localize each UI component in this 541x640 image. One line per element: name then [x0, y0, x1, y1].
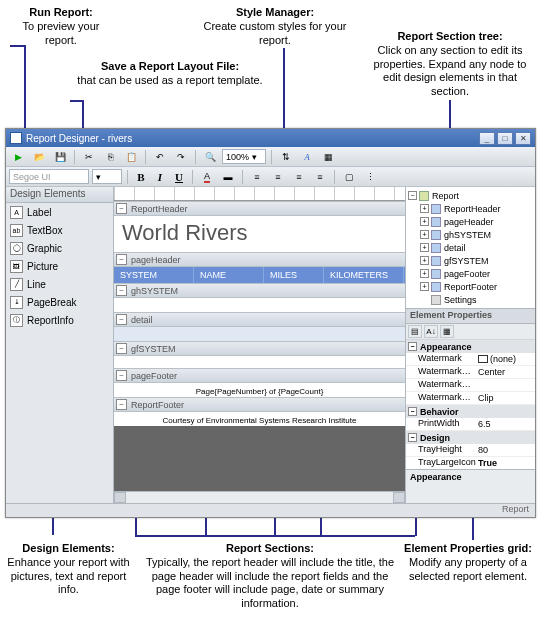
section-reportheader[interactable]: World Rivers — [114, 216, 405, 252]
tree-node-report[interactable]: −Report — [408, 189, 533, 202]
design-element-graphic[interactable]: ◯Graphic — [6, 239, 113, 257]
style-manager-button[interactable]: A — [298, 149, 316, 165]
prop-row-watermarksize[interactable]: WatermarkSizeMClip — [406, 392, 535, 405]
design-element-pagebreak[interactable]: ⤓PageBreak — [6, 293, 113, 311]
prop-row-watermarkprinton[interactable]: WatermarkPrintO — [406, 379, 535, 392]
expand-icon[interactable]: + — [420, 256, 429, 265]
underline-button[interactable]: U — [171, 169, 187, 184]
expand-icon[interactable]: + — [420, 204, 429, 213]
report-section-tree[interactable]: −Report +ReportHeader +pageHeader +ghSYS… — [406, 187, 535, 309]
scroll-track[interactable] — [126, 492, 393, 503]
expand-icon[interactable]: + — [420, 282, 429, 291]
border-button[interactable]: ▢ — [340, 169, 358, 185]
prop-row-watermark[interactable]: Watermark(none) — [406, 353, 535, 366]
align-left-button[interactable]: ≡ — [248, 169, 266, 185]
expand-icon[interactable]: − — [408, 191, 417, 200]
section-bar-gfsystem[interactable]: −gfSYSTEM — [114, 341, 405, 356]
close-button[interactable]: ✕ — [515, 132, 531, 145]
section-detail[interactable] — [114, 327, 405, 341]
design-element-textbox[interactable]: abTextBox — [6, 221, 113, 239]
designer-body[interactable]: −ReportHeader World Rivers −pageHeader S… — [114, 201, 405, 491]
font-size-combo[interactable]: ▾ — [92, 169, 122, 184]
expand-icon[interactable]: + — [420, 217, 429, 226]
copy-button[interactable]: ⎘ — [101, 149, 119, 165]
collapse-icon[interactable]: − — [116, 203, 127, 214]
section-reportfooter[interactable]: Courtesy of Environmental Systems Resear… — [114, 412, 405, 426]
column-system[interactable]: SYSTEM — [114, 267, 194, 283]
font-color-button[interactable]: A — [198, 169, 216, 185]
collapse-icon[interactable]: − — [116, 343, 127, 354]
properties-button[interactable]: ▦ — [440, 325, 454, 338]
section-bar-pagefooter[interactable]: −pageFooter — [114, 368, 405, 383]
zoom-combo[interactable]: 100% ▾ — [222, 149, 266, 164]
section-bar-ghsystem[interactable]: −ghSYSTEM — [114, 283, 405, 298]
maximize-button[interactable]: □ — [497, 132, 513, 145]
column-name[interactable]: NAME — [194, 267, 264, 283]
prop-category-design[interactable]: −Design — [406, 431, 535, 444]
minimize-button[interactable]: _ — [479, 132, 495, 145]
section-gfsystem[interactable] — [114, 356, 405, 368]
undo-button[interactable]: ↶ — [151, 149, 169, 165]
fill-color-button[interactable]: ▬ — [219, 169, 237, 185]
properties-grid[interactable]: −Appearance Watermark(none) WatermarkAli… — [406, 340, 535, 469]
prop-row-trayheight[interactable]: TrayHeight80 — [406, 444, 535, 457]
tree-node-settings[interactable]: Settings — [408, 293, 533, 306]
paste-button[interactable]: 📋 — [122, 149, 140, 165]
italic-button[interactable]: I — [152, 169, 168, 184]
design-element-label[interactable]: ALabel — [6, 203, 113, 221]
collapse-icon[interactable]: − — [116, 370, 127, 381]
collapse-icon[interactable]: − — [116, 285, 127, 296]
alphabetical-button[interactable]: A↓ — [424, 325, 438, 338]
run-report-button[interactable]: ▶ — [9, 149, 27, 165]
report-title[interactable]: World Rivers — [122, 220, 397, 246]
section-bar-detail[interactable]: −detail — [114, 312, 405, 327]
cut-button[interactable]: ✂ — [80, 149, 98, 165]
section-bar-pageheader[interactable]: −pageHeader — [114, 252, 405, 267]
prop-row-traylargeicon[interactable]: TrayLargeIconTrue — [406, 457, 535, 469]
prop-row-watermarkalign[interactable]: WatermarkAlignmCenter — [406, 366, 535, 379]
section-pagefooter[interactable]: Page{PageNumber} of {PageCount} — [114, 383, 405, 397]
zoom-in-button[interactable]: 🔍 — [201, 149, 219, 165]
ruler-button[interactable]: ▦ — [319, 149, 337, 165]
horizontal-scrollbar[interactable] — [114, 491, 405, 503]
tree-node-pageheader[interactable]: +pageHeader — [408, 215, 533, 228]
section-bar-reportfooter[interactable]: −ReportFooter — [114, 397, 405, 412]
bold-button[interactable]: B — [133, 169, 149, 184]
design-element-line[interactable]: ╱Line — [6, 275, 113, 293]
expand-icon[interactable]: + — [420, 230, 429, 239]
tree-node-pagefooter[interactable]: +pageFooter — [408, 267, 533, 280]
page-expression[interactable]: Page{PageNumber} of {PageCount} — [196, 387, 324, 396]
save-button[interactable]: 💾 — [51, 149, 69, 165]
section-bar-reportheader[interactable]: −ReportHeader — [114, 201, 405, 216]
collapse-icon[interactable]: − — [116, 399, 127, 410]
scroll-right-arrow[interactable] — [393, 492, 405, 503]
design-element-reportinfo[interactable]: ⓘReportInfo — [6, 311, 113, 329]
tree-node-gfsystem[interactable]: +gfSYSTEM — [408, 254, 533, 267]
align-center-button[interactable]: ≡ — [269, 169, 287, 185]
prop-category-behavior[interactable]: −Behavior — [406, 405, 535, 418]
open-button[interactable]: 📂 — [30, 149, 48, 165]
redo-button[interactable]: ↷ — [172, 149, 190, 165]
categorized-button[interactable]: ▤ — [408, 325, 422, 338]
section-pageheader[interactable]: SYSTEM NAME MILES KILOMETERS — [114, 267, 405, 283]
align-justify-button[interactable]: ≡ — [311, 169, 329, 185]
tree-node-reportheader[interactable]: +ReportHeader — [408, 202, 533, 215]
column-miles[interactable]: MILES — [264, 267, 324, 283]
section-ghsystem[interactable] — [114, 298, 405, 312]
design-element-picture[interactable]: 🖼Picture — [6, 257, 113, 275]
column-kilometers[interactable]: KILOMETERS — [324, 267, 404, 283]
reorder-button[interactable]: ⇅ — [277, 149, 295, 165]
tree-node-reportfooter[interactable]: +ReportFooter — [408, 280, 533, 293]
collapse-icon[interactable]: − — [116, 314, 127, 325]
align-right-button[interactable]: ≡ — [290, 169, 308, 185]
bullets-button[interactable]: ⋮ — [361, 169, 379, 185]
expand-icon[interactable]: + — [420, 269, 429, 278]
collapse-icon[interactable]: − — [116, 254, 127, 265]
scroll-left-arrow[interactable] — [114, 492, 126, 503]
font-name-combo[interactable]: Segoe UI — [9, 169, 89, 184]
tree-node-ghsystem[interactable]: +ghSYSTEM — [408, 228, 533, 241]
prop-category-appearance[interactable]: −Appearance — [406, 340, 535, 353]
tree-node-detail[interactable]: +detail — [408, 241, 533, 254]
expand-icon[interactable]: + — [420, 243, 429, 252]
prop-row-printwidth[interactable]: PrintWidth6.5 — [406, 418, 535, 431]
